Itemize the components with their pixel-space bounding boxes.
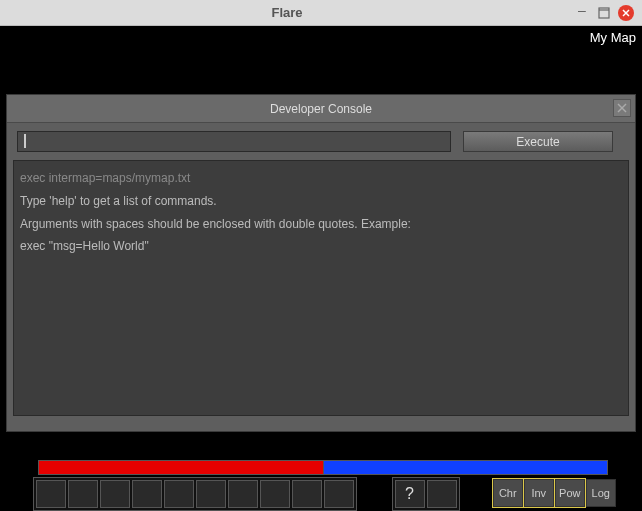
console-header: Developer Console [7,95,635,123]
action-slot[interactable] [164,480,194,508]
menu-buttons: Chr Inv Pow Log [491,477,618,511]
map-name-label: My Map [590,30,636,45]
close-icon[interactable] [618,5,634,21]
action-slots [33,477,357,511]
action-slot[interactable] [228,480,258,508]
window-title: Flare [271,5,302,20]
console-input[interactable] [17,131,451,152]
action-slot[interactable] [68,480,98,508]
minimize-icon[interactable]: – [574,2,590,18]
console-line: Type 'help' to get a list of commands. [20,190,622,213]
game-viewport: My Map Developer Console Execute exec in… [0,26,642,511]
character-button[interactable]: Chr [493,479,523,507]
action-slot[interactable] [427,480,457,508]
powers-button[interactable]: Pow [555,479,585,507]
developer-console: Developer Console Execute exec intermap=… [6,94,636,432]
help-button[interactable]: ? [395,480,425,508]
action-slot[interactable] [100,480,130,508]
hud: ? Chr Inv Pow Log [0,460,642,511]
console-close-button[interactable] [613,99,631,117]
maximize-icon[interactable] [596,5,612,21]
console-title: Developer Console [270,102,372,116]
console-line: exec "msg=Hello World" [20,235,622,258]
hp-bar [38,460,324,475]
mp-bar [324,460,609,475]
log-button[interactable]: Log [586,479,616,507]
window-titlebar: Flare – [0,0,642,26]
action-slot[interactable] [324,480,354,508]
action-slot[interactable] [292,480,322,508]
console-output: exec intermap=maps/mymap.txt Type 'help'… [13,160,629,416]
console-line: Arguments with spaces should be enclosed… [20,213,622,236]
action-slot[interactable] [132,480,162,508]
action-slot[interactable] [260,480,290,508]
execute-button[interactable]: Execute [463,131,613,152]
action-slot[interactable] [196,480,226,508]
action-slot[interactable] [36,480,66,508]
console-line: exec intermap=maps/mymap.txt [20,167,622,190]
inventory-button[interactable]: Inv [524,479,554,507]
